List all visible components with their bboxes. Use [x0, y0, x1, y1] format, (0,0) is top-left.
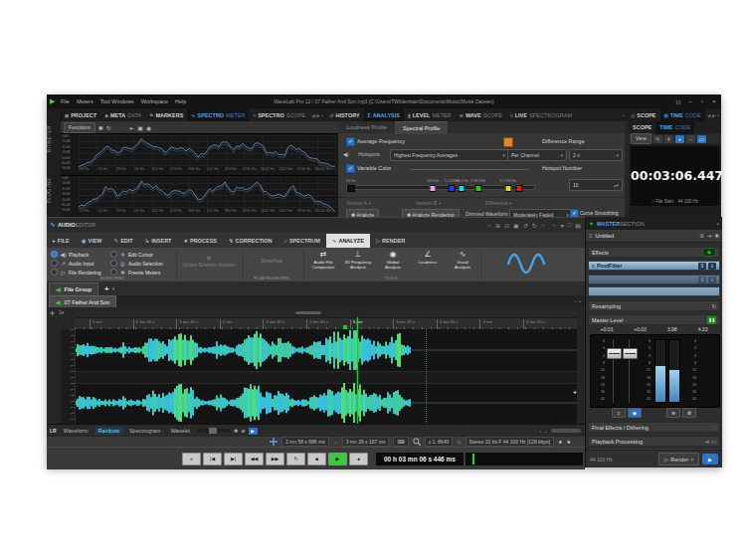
playback-progress-strip[interactable]: [466, 453, 583, 466]
solo-button[interactable]: S: [698, 263, 706, 270]
tab-loudness-profile[interactable]: Loudness Profile: [338, 121, 395, 133]
favorite-star-icon[interactable]: ★: [558, 439, 562, 445]
tab-wavescope[interactable]: ⊕WAVESCOPE: [456, 108, 506, 121]
timecode-tab-scope[interactable]: SCOPE: [629, 121, 655, 134]
plugin-name[interactable]: PostFilter: [597, 263, 622, 269]
hotspot-marker[interactable]: [458, 185, 465, 192]
ribbon-button-audio-selection[interactable]: ◎Audio Selection: [110, 259, 163, 268]
favorite-star-icon[interactable]: ★: [567, 439, 571, 445]
plugins-vertical-tab[interactable]: PLUG-INS: [47, 166, 61, 214]
solo-button[interactable]: S: [698, 277, 706, 283]
marker-arrow-icon[interactable]: ◄: [572, 389, 577, 395]
tool-audio-file-comparator[interactable]: ⇄Audio FileComparator: [307, 250, 339, 276]
functions-button[interactable]: Functions: [64, 122, 95, 133]
preset-3-icon[interactable]: ▫: [124, 124, 126, 131]
link-faders-button[interactable]: ⊕: [666, 408, 680, 418]
final-effects-section-header[interactable]: Final Effects / Dithering ∷: [588, 422, 720, 433]
goto-start-icon[interactable]: ⇤: [129, 124, 134, 131]
render-button[interactable]: ▷Render▾: [658, 453, 699, 466]
ribbon-tab-render[interactable]: ▷RENDER: [370, 234, 411, 248]
tab-spectral-profile[interactable]: Spectral Profile: [395, 121, 448, 134]
zoom-slider[interactable]: [197, 429, 231, 433]
hotspot-marker[interactable]: [430, 185, 437, 192]
tab-pager-left-icon[interactable]: ◀ ▶ ▪: [309, 112, 325, 118]
move-icon[interactable]: ✛: [664, 135, 673, 143]
file-group-menu-icon[interactable]: ▾: [112, 285, 115, 291]
tab-metadata[interactable]: ◆METADATA: [100, 108, 145, 121]
tab-markers[interactable]: ⚑MARKERS: [145, 108, 187, 121]
waveform-channel-right[interactable]: [61, 382, 577, 424]
loop-button[interactable]: ↻: [286, 453, 305, 466]
effects-section-header[interactable]: Effects ◉: [588, 247, 720, 258]
ribbon-tab-view[interactable]: ◉VIEW: [76, 234, 108, 248]
copy-icon[interactable]: ⊡: [504, 222, 509, 229]
stop-button[interactable]: ■: [307, 453, 326, 466]
snapshot-icon[interactable]: ◉: [146, 124, 151, 131]
tab-project[interactable]: ◼PROJECT: [61, 108, 100, 121]
preset-2-icon[interactable]: ▫: [119, 124, 121, 131]
tab-pager-right-icon[interactable]: ◀ ▶ ▪: [705, 112, 721, 118]
preset-menu-icon[interactable]: ≡: [589, 233, 593, 239]
file-tab-menu-icon[interactable]: ▪: [579, 298, 581, 304]
view-tab-waveform[interactable]: Waveform: [60, 427, 93, 435]
preset-name[interactable]: Untitled: [596, 233, 615, 239]
channel-selector-lr[interactable]: LR: [50, 428, 57, 434]
nav-back-icon[interactable]: ←: [541, 222, 547, 229]
ribbon-tab-insert[interactable]: ↳INSERT: [139, 234, 178, 248]
update-selection-analysis-button[interactable]: ✱Update Selection Analysis: [180, 256, 238, 268]
dropdown-icon[interactable]: ▾: [561, 222, 564, 229]
version-b-label[interactable]: Version B +: [416, 200, 442, 206]
menu-file[interactable]: File: [61, 98, 70, 104]
restore-icon[interactable]: ▫: [698, 98, 706, 105]
home-icon[interactable]: ⌂: [487, 222, 491, 229]
hotspot-marker[interactable]: [449, 185, 456, 192]
close-icon[interactable]: ×: [710, 98, 718, 105]
ribbon-button-audio-input[interactable]: ↗Audio Input: [51, 259, 101, 268]
audio-format-value[interactable]: Stereo 32 bit F 44 100 Hz [128 kbps]: [466, 437, 554, 447]
ribbon-button-freeze-meters[interactable]: ❄Freeze Meters: [110, 268, 163, 277]
ribbon-tab-process[interactable]: ∗PROCESS: [177, 234, 223, 248]
show-hide-button[interactable]: Show/Hide: [246, 259, 297, 265]
zoom-out-icon[interactable]: −: [686, 135, 695, 143]
jump-back-button[interactable]: «: [182, 453, 201, 466]
reset-icon[interactable]: ⇥: [707, 233, 712, 239]
tab-timecode[interactable]: ⊞TIMECODE: [660, 108, 705, 121]
dim-output-button[interactable]: ◆: [628, 408, 642, 418]
average-frequency-checkbox[interactable]: ✓: [346, 137, 355, 146]
plugin-menu-icon[interactable]: ≡: [592, 263, 595, 269]
panel-icon[interactable]: ▤: [575, 222, 581, 229]
effect-slot-empty[interactable]: [588, 286, 720, 296]
hotspot-color-swatch[interactable]: [503, 137, 513, 147]
ribbon-button-edit-cursor[interactable]: ✛Edit Cursor: [110, 250, 163, 259]
cursor-time-value[interactable]: 2 mn 58 s 686 ms: [281, 437, 329, 447]
file-group-tab[interactable]: ◀) File Group: [49, 282, 98, 295]
master-monitor-toggle[interactable]: ▶: [702, 454, 718, 465]
rewind-button[interactable]: ◀◀: [245, 453, 264, 466]
zoom-in-icon[interactable]: +: [675, 135, 684, 143]
effect-slot-empty[interactable]: S ⊽: [588, 275, 720, 284]
hotspot-marker[interactable]: [515, 185, 522, 192]
file-tab[interactable]: ◀) 07 Father And Son: [49, 295, 116, 307]
version-a-label[interactable]: Version A +: [346, 200, 371, 206]
variable-color-checkbox[interactable]: ✓: [346, 164, 355, 173]
ribbon-tab-analyze[interactable]: ∿ANALYZE: [326, 234, 370, 248]
tab-livespectrogram[interactable]: ≈LIVESPECTROGRAM: [506, 108, 576, 121]
hotspot-marker[interactable]: [474, 185, 481, 192]
hotspot-marker[interactable]: [504, 185, 511, 192]
zoom-value[interactable]: x 1: 8640: [425, 437, 454, 447]
playback-cursor[interactable]: [357, 317, 358, 424]
view-tab-rainbow[interactable]: Rainbow: [94, 427, 123, 435]
tab-analysis[interactable]: ΣANALYSIS: [364, 108, 404, 121]
ribbon-tab-spectrum[interactable]: ○SPECTRUM: [279, 234, 326, 248]
tool-loudness[interactable]: ∠Loudness: [412, 250, 444, 276]
timecode-tab-timecode[interactable]: TIMECODE: [655, 121, 694, 134]
tab-levelmeter[interactable]: ▮LEVELMETER: [404, 108, 456, 121]
waveform-channel-left[interactable]: [61, 329, 577, 371]
play-button[interactable]: ▶: [328, 453, 347, 466]
undo-icon[interactable]: ↺: [523, 222, 528, 229]
bypass-plugin-icon[interactable]: ⊽: [708, 277, 716, 283]
tab-spectroscope[interactable]: ≈SPECTROSCOPE: [249, 108, 309, 121]
keyboard-icon[interactable]: ⌨: [393, 437, 408, 447]
hotspots-mode-dropdown[interactable]: Highest Frequency Averages▾: [390, 149, 509, 161]
fader-handle[interactable]: [623, 348, 638, 359]
